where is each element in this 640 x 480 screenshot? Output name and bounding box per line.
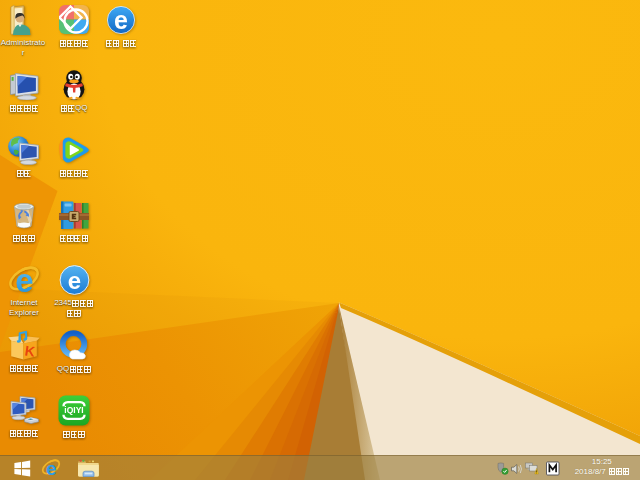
svg-text:iQIYI: iQIYI: [64, 405, 83, 415]
svg-text:e: e: [67, 267, 80, 294]
svg-text:K: K: [24, 342, 36, 359]
svg-text:e: e: [114, 6, 128, 34]
